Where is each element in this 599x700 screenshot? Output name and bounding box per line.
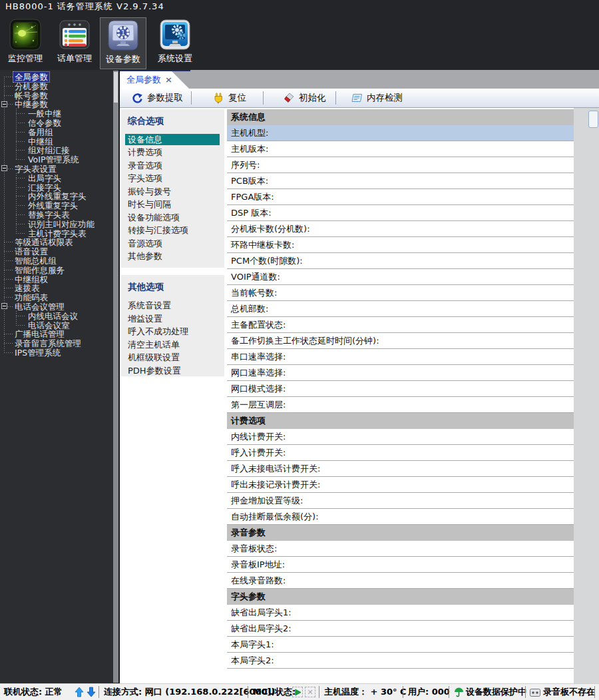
- initialize-button[interactable]: 初始化: [280, 90, 330, 106]
- sidebar-item[interactable]: VoIP管理系统: [0, 155, 112, 164]
- sidebar-item[interactable]: 主机计费字头表: [0, 228, 112, 238]
- option-item[interactable]: 机框级联设置: [121, 351, 224, 364]
- sidebar-item[interactable]: 全局参数: [0, 72, 112, 81]
- collapse-icon[interactable]: [1, 303, 7, 309]
- field-row[interactable]: 在线录音路数:: [227, 573, 574, 589]
- sidebar-item[interactable]: IPS管理系统: [0, 348, 112, 357]
- sidebar-item[interactable]: 备用组: [0, 127, 112, 137]
- field-row[interactable]: VOIP通道数:: [227, 269, 574, 285]
- sidebar-item[interactable]: 帐号参数: [0, 91, 112, 100]
- option-item[interactable]: 字头选项: [121, 172, 224, 185]
- extract-params-button[interactable]: 参数提取: [128, 90, 187, 106]
- option-item[interactable]: 呼入不成功处理: [121, 325, 224, 338]
- sidebar-item[interactable]: 语音设置: [0, 246, 112, 256]
- field-row[interactable]: 录音板IP地址:: [227, 557, 574, 573]
- sidebar-item[interactable]: 智能作息服务: [0, 265, 112, 274]
- app-button-system-settings[interactable]: 系统设置: [155, 17, 195, 69]
- field-row[interactable]: 序列号:: [227, 157, 574, 173]
- field-row[interactable]: 本局字头2:: [227, 653, 574, 669]
- mcu-play-icon[interactable]: [292, 687, 303, 697]
- field-row[interactable]: 内线计费开关:: [227, 429, 574, 445]
- sidebar-item[interactable]: 替换字头表: [0, 210, 112, 219]
- app-button-monitor-management[interactable]: 监控管理: [5, 17, 45, 69]
- field-row[interactable]: 备工作切换主工作状态延时时间(分钟):: [227, 333, 574, 349]
- sidebar-item[interactable]: 速拨表: [0, 283, 112, 292]
- tab-global-params[interactable]: 全局参数 ×: [120, 71, 189, 89]
- field-row[interactable]: FPGA版本:: [227, 189, 574, 205]
- mcu-stop-icon[interactable]: ✕: [305, 687, 315, 697]
- option-item[interactable]: 设备信息: [125, 134, 220, 145]
- field-row[interactable]: 串口速率选择:: [227, 349, 574, 365]
- sidebar-item[interactable]: 识别主叫对应功能: [0, 219, 112, 228]
- field-row[interactable]: DSP 版本:: [227, 205, 574, 221]
- field-row[interactable]: 缺省出局字头1:: [227, 605, 574, 621]
- user-count: 用户: 000: [408, 684, 450, 700]
- sidebar-item[interactable]: 中继组权: [0, 274, 112, 284]
- field-row[interactable]: 分机板卡数(分机数):: [227, 221, 574, 237]
- field-row[interactable]: 缺省出局字头2:: [227, 621, 574, 637]
- field-row[interactable]: 总机部数:: [227, 301, 574, 317]
- collapse-icon[interactable]: [1, 165, 7, 171]
- sidebar-item-label: 分机参数: [13, 81, 49, 91]
- option-item[interactable]: 时长与间隔: [121, 198, 224, 211]
- option-item[interactable]: 转接与汇接选项: [121, 224, 224, 237]
- sidebar-item[interactable]: 电话会议管理: [0, 302, 112, 311]
- sidebar-item[interactable]: 汇接字头: [0, 182, 112, 192]
- sidebar-item[interactable]: 一般中继: [0, 109, 112, 118]
- option-item[interactable]: 系统音设置: [121, 299, 224, 312]
- sidebar-item-label: 语音设置: [13, 246, 49, 256]
- sidebar-item[interactable]: 中继参数: [0, 99, 112, 109]
- sidebar-item[interactable]: 录音留言系统管理: [0, 338, 112, 348]
- field-row[interactable]: PCM个数(时隙数):: [227, 253, 574, 269]
- field-row[interactable]: 呼入未接电话计费开关:: [227, 461, 574, 477]
- sidebar-item[interactable]: 字头表设置: [0, 164, 112, 173]
- sidebar-item[interactable]: 内线电话会议: [0, 311, 112, 320]
- option-item[interactable]: PDH参数设置: [121, 364, 224, 378]
- sidebar-item[interactable]: 广播电话管理: [0, 329, 112, 338]
- app-button-call-records[interactable]: 话单管理: [55, 17, 95, 69]
- detail-scrollbar-thumb[interactable]: [588, 111, 598, 128]
- sidebar-item[interactable]: 内外线重复字头: [0, 191, 112, 200]
- detail-scrollbar-track[interactable]: [574, 108, 599, 683]
- sidebar-item[interactable]: 等级通话权限表: [0, 237, 112, 246]
- field-row[interactable]: PCB版本:: [227, 173, 574, 189]
- field-row[interactable]: 本局字头1:: [227, 637, 574, 653]
- sidebar-item[interactable]: 信令参数: [0, 118, 112, 127]
- tab-close-icon[interactable]: ×: [165, 71, 172, 88]
- memory-check-button[interactable]: 内存检测: [347, 90, 407, 106]
- collapse-icon[interactable]: [1, 101, 7, 107]
- reset-button[interactable]: 复位: [209, 90, 250, 106]
- field-row[interactable]: 呼入计费开关:: [227, 445, 574, 461]
- app-button-device-params[interactable]: 1 设备参数: [100, 17, 146, 69]
- sidebar-item[interactable]: 外线重复字头: [0, 200, 112, 210]
- option-item[interactable]: 振铃与拨号: [121, 185, 224, 198]
- field-row[interactable]: 网口模式选择:: [227, 381, 574, 397]
- sidebar-scrollbar-thumb[interactable]: [114, 72, 118, 103]
- sidebar-item[interactable]: 功能码表: [0, 292, 112, 302]
- sidebar-item[interactable]: 电话会议室: [0, 320, 112, 330]
- option-item[interactable]: 计费选项: [121, 146, 224, 159]
- field-row[interactable]: 环路中继板卡数:: [227, 237, 574, 253]
- field-row[interactable]: 主机机型:: [227, 125, 574, 141]
- option-item[interactable]: 音源选项: [121, 237, 224, 250]
- field-row[interactable]: 呼出未接记录计费开关:: [227, 477, 574, 493]
- option-item[interactable]: 设备功能选项: [121, 211, 224, 224]
- field-row[interactable]: 押金增加设置等级:: [227, 493, 574, 509]
- field-row[interactable]: 自动挂断最低余额(分):: [227, 509, 574, 525]
- sidebar-scrollbar[interactable]: [113, 71, 118, 683]
- option-item[interactable]: 其他参数: [121, 250, 224, 263]
- option-item[interactable]: 录音选项: [121, 159, 224, 173]
- sidebar-item[interactable]: 智能总机组: [0, 256, 112, 265]
- option-item[interactable]: 清空主机话单: [121, 338, 224, 352]
- sidebar-item[interactable]: 分机参数: [0, 81, 112, 91]
- field-row[interactable]: 当前帐号数:: [227, 285, 574, 301]
- sidebar-item[interactable]: 中继组: [0, 137, 112, 146]
- sidebar-item[interactable]: 组对组汇接: [0, 145, 112, 155]
- field-row[interactable]: 录音板状态:: [227, 541, 574, 557]
- field-row[interactable]: 第一层互调层:: [227, 397, 574, 413]
- sidebar-item[interactable]: 出局字头: [0, 173, 112, 182]
- field-row[interactable]: 主机版本:: [227, 141, 574, 157]
- field-row[interactable]: 主备配置状态:: [227, 317, 574, 333]
- option-item[interactable]: 增益设置: [121, 312, 224, 326]
- field-row[interactable]: 网口速率选择:: [227, 365, 574, 381]
